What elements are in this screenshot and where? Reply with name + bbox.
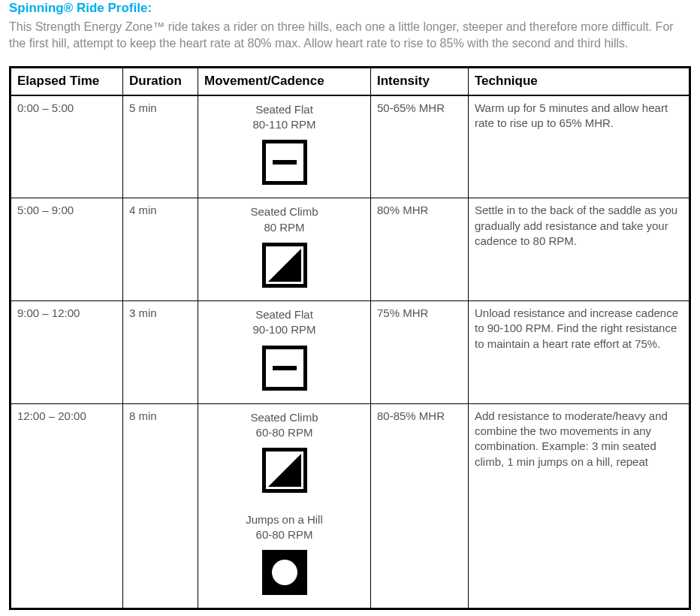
cell-intensity: 80-85% MHR xyxy=(371,403,469,609)
movement-rpm: 80-110 RPM xyxy=(204,117,364,132)
cell-technique: Unload resistance and increase cadence t… xyxy=(469,301,690,404)
cell-technique: Add resistance to moderate/heavy and com… xyxy=(469,403,690,609)
header-duration: Duration xyxy=(123,67,198,95)
cell-movement: Seated Climb60-80 RPMJumps on a Hill60-8… xyxy=(198,403,371,609)
cell-elapsed: 5:00 – 9:00 xyxy=(11,198,123,301)
svg-rect-5 xyxy=(273,366,297,370)
movement-rpm: 80 RPM xyxy=(204,220,364,235)
movement-rpm: 60-80 RPM xyxy=(204,527,364,542)
table-row: 9:00 – 12:003 minSeated Flat90-100 RPM75… xyxy=(11,301,690,404)
cell-intensity: 50-65% MHR xyxy=(371,95,469,198)
table-row: 12:00 – 20:008 minSeated Climb60-80 RPMJ… xyxy=(11,403,690,609)
movement-name: Seated Climb xyxy=(204,204,364,219)
cell-elapsed: 9:00 – 12:00 xyxy=(11,301,123,404)
table-row: 0:00 – 5:005 minSeated Flat80-110 RPM50-… xyxy=(11,95,690,198)
cell-technique: Settle in to the back of the saddle as y… xyxy=(469,198,690,301)
cell-elapsed: 12:00 – 20:00 xyxy=(11,403,123,609)
flat-icon xyxy=(262,140,307,185)
climb-icon xyxy=(262,243,307,288)
header-intensity: Intensity xyxy=(371,67,469,95)
svg-rect-1 xyxy=(273,160,297,165)
svg-point-9 xyxy=(272,560,297,585)
movement-rpm: 90-100 RPM xyxy=(204,322,364,337)
flat-icon xyxy=(262,346,307,391)
movement-name: Seated Flat xyxy=(204,307,364,322)
table-row: 5:00 – 9:004 minSeated Climb80 RPM80% MH… xyxy=(11,198,690,301)
circle-icon xyxy=(262,550,307,595)
cell-elapsed: 0:00 – 5:00 xyxy=(11,95,123,198)
cell-movement: Seated Climb80 RPM xyxy=(198,198,371,301)
movement-name: Jumps on a Hill xyxy=(204,512,364,527)
header-elapsed: Elapsed Time xyxy=(11,67,123,95)
movement-name: Seated Flat xyxy=(204,102,364,117)
climb-icon xyxy=(262,448,307,493)
ride-description: This Strength Energy Zone™ ride takes a … xyxy=(9,19,691,53)
cell-movement: Seated Flat90-100 RPM xyxy=(198,301,371,404)
cell-duration: 5 min xyxy=(123,95,198,198)
cell-intensity: 75% MHR xyxy=(371,301,469,404)
movement-rpm: 60-80 RPM xyxy=(204,425,364,440)
cell-movement: Seated Flat80-110 RPM xyxy=(198,95,371,198)
cell-intensity: 80% MHR xyxy=(371,198,469,301)
cell-duration: 3 min xyxy=(123,301,198,404)
ride-profile-table: Elapsed Time Duration Movement/Cadence I… xyxy=(9,66,691,611)
page-title: Spinning® Ride Profile: xyxy=(9,0,691,17)
cell-duration: 8 min xyxy=(123,403,198,609)
cell-duration: 4 min xyxy=(123,198,198,301)
header-technique: Technique xyxy=(469,67,690,95)
movement-name: Seated Climb xyxy=(204,410,364,425)
header-movement: Movement/Cadence xyxy=(198,67,371,95)
cell-technique: Warm up for 5 minutes and allow heart ra… xyxy=(469,95,690,198)
